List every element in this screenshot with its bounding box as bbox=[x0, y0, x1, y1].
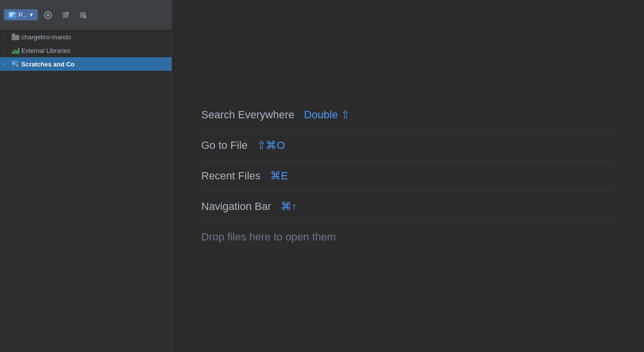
search-everywhere-row: Search Everywhere Double ⇧ bbox=[201, 100, 615, 130]
tree-item-chargebro-label: chargebro-mando bbox=[21, 33, 71, 41]
navigation-bar-row: Navigation Bar ⌘↑ bbox=[201, 192, 615, 222]
tree-item-scratches-label: Scratches and Co bbox=[21, 61, 75, 68]
tree-item-scratches[interactable]: › >_ Scratches and Co bbox=[0, 57, 172, 71]
drop-files-row: Drop files here to open them bbox=[201, 222, 615, 252]
scratches-icon: >_ bbox=[12, 60, 19, 68]
svg-rect-2 bbox=[9, 14, 14, 15]
project-btn-label: P... bbox=[18, 11, 27, 18]
drop-files-label: Drop files here to open them bbox=[201, 231, 336, 243]
svg-rect-14 bbox=[12, 33, 15, 36]
go-to-file-label: Go to File bbox=[201, 139, 247, 152]
go-to-file-row: Go to File ⇧⌘O bbox=[201, 130, 615, 161]
recent-files-label: Recent Files bbox=[201, 170, 260, 182]
folder-icon bbox=[12, 33, 19, 41]
dropdown-arrow-icon: ▼ bbox=[29, 12, 34, 17]
search-everywhere-keys: Double ⇧ bbox=[304, 109, 350, 121]
search-everywhere-label: Search Everywhere bbox=[201, 109, 294, 121]
tree-item-external-libraries[interactable]: › External Libraries bbox=[0, 44, 172, 57]
project-button[interactable]: P... ▼ bbox=[4, 9, 38, 20]
tree-item-chargebro[interactable]: › chargebro-mando bbox=[0, 30, 172, 44]
tree-item-external-libraries-label: External Libraries bbox=[21, 47, 70, 54]
sidebar: P... ▼ bbox=[0, 0, 172, 352]
go-to-file-keys: ⇧⌘O bbox=[257, 139, 285, 152]
main-content: Search Everywhere Double ⇧ Go to File ⇧⌘… bbox=[172, 0, 644, 352]
toolbar: P... ▼ bbox=[0, 0, 172, 30]
svg-rect-1 bbox=[9, 13, 15, 14]
expand-arrow-icon: › bbox=[4, 34, 10, 40]
recent-files-keys: ⌘E bbox=[270, 170, 288, 182]
add-icon-button[interactable] bbox=[41, 8, 55, 22]
svg-rect-3 bbox=[9, 16, 13, 16]
navigation-bar-label: Navigation Bar bbox=[201, 200, 271, 213]
navigation-bar-keys: ⌘↑ bbox=[281, 200, 297, 213]
expand-all-button[interactable] bbox=[76, 8, 90, 22]
barchart-icon bbox=[12, 47, 19, 54]
expand-arrow-icon: › bbox=[4, 48, 10, 53]
expand-arrow-selected-icon: › bbox=[4, 62, 10, 67]
collapse-all-button[interactable] bbox=[58, 8, 73, 22]
project-icon bbox=[8, 12, 16, 18]
recent-files-row: Recent Files ⌘E bbox=[201, 161, 615, 192]
